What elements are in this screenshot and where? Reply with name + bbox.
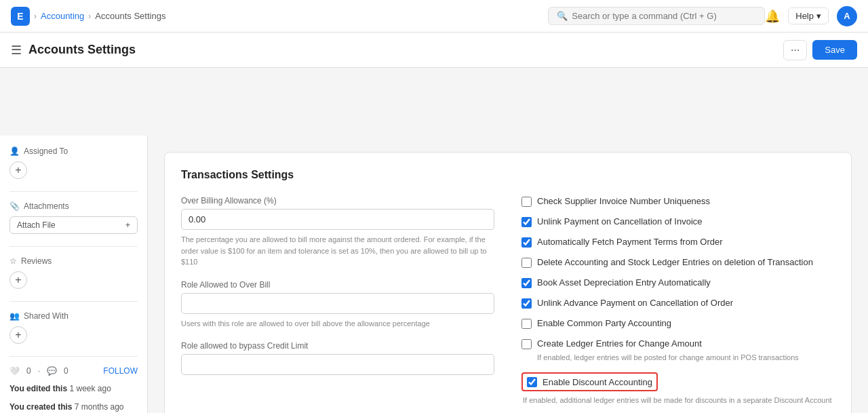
checkbox-group-8: Create Ledger Entries for Change Amount … — [537, 338, 799, 363]
plus-icon: + — [125, 220, 130, 230]
paperclip-icon: 📎 — [9, 201, 20, 211]
likes-count: 0 — [26, 366, 31, 376]
checkbox-item-1: Check Supplier Invoice Number Uniqueness — [521, 196, 835, 207]
avatar[interactable]: A — [837, 6, 857, 26]
activity2-you: You created this — [9, 402, 72, 412]
checkbox-label-8[interactable]: Create Ledger Entries for Change Amount — [537, 338, 799, 349]
activity2-time: 7 months ago — [75, 402, 124, 412]
checkbox-label-4[interactable]: Delete Accounting and Stock Ledger Entri… — [537, 257, 813, 267]
chevron-down-icon: ▾ — [816, 11, 821, 21]
checkbox-label-5[interactable]: Book Asset Depreciation Entry Automatica… — [537, 277, 711, 288]
checkbox-label-6[interactable]: Unlink Advance Payment on Cancellation o… — [537, 298, 733, 308]
role-over-bill-hint: Users with this role are allowed to over… — [181, 318, 494, 330]
activity1-time: 1 week ago — [69, 384, 111, 393]
checkbox-ledger-change[interactable] — [521, 339, 532, 349]
checkbox-item-5: Book Asset Depreciation Entry Automatica… — [521, 277, 835, 288]
attachments-title: 📎 Attachments — [9, 201, 138, 211]
settings-two-col: Over Billing Allowance (%) The percentag… — [181, 196, 835, 406]
reviews-section: ☆ Reviews + — [9, 256, 138, 289]
shared-with-title: 👥 Shared With — [9, 311, 138, 321]
comments-icon: 💬 — [47, 366, 57, 376]
likes-icon: 🤍 — [9, 366, 20, 376]
checkbox-label-7[interactable]: Enable Common Party Accounting — [537, 318, 671, 328]
assigned-to-section: 👤 Assigned To + — [9, 146, 138, 179]
help-button[interactable]: Help ▾ — [788, 7, 829, 24]
checkbox-hint-8: If enabled, ledger entries will be poste… — [537, 353, 799, 363]
reviews-title: ☆ Reviews — [9, 256, 138, 266]
checkbox-item-3: Automatically Fetch Payment Terms from O… — [521, 237, 835, 248]
comments-count: 0 — [64, 366, 68, 376]
add-review-button[interactable]: + — [9, 271, 27, 289]
checkbox-hint-9: If enabled, additional ledger entries wi… — [521, 395, 835, 406]
breadcrumb-area: E › Accounting › Accounts Settings — [11, 7, 548, 26]
role-over-bill-input[interactable] — [181, 293, 494, 314]
search-input[interactable] — [572, 11, 756, 21]
checkbox-unlink-payment[interactable] — [521, 217, 532, 227]
checkbox-item-8: Create Ledger Entries for Change Amount … — [521, 338, 835, 363]
bell-icon[interactable]: 🔔 — [765, 9, 780, 24]
stats-bar: 🤍 0 · 💬 0 FOLLOW — [9, 366, 138, 376]
role-bypass-label: Role allowed to bypass Credit Limit — [181, 341, 494, 351]
save-button[interactable]: Save — [812, 40, 857, 60]
checkbox-fetch-payment-terms[interactable] — [521, 237, 532, 248]
checkbox-list: Check Supplier Invoice Number Uniqueness… — [521, 196, 835, 406]
dot-sep: · — [38, 366, 40, 376]
add-shared-button[interactable]: + — [9, 326, 27, 344]
search-icon: 🔍 — [557, 11, 568, 21]
checkbox-book-asset[interactable] — [521, 278, 532, 288]
transactions-settings-title: Transactions Settings — [181, 169, 835, 181]
checkbox-item-2: Unlink Payment on Cancellation of Invoic… — [521, 216, 835, 227]
left-col: Over Billing Allowance (%) The percentag… — [181, 196, 494, 406]
breadcrumb-accounting[interactable]: Accounting — [41, 11, 84, 21]
divider3 — [9, 301, 138, 302]
over-billing-input[interactable] — [181, 209, 494, 230]
app-icon[interactable]: E — [11, 7, 30, 26]
checkbox-delete-accounting[interactable] — [521, 258, 532, 268]
breadcrumb-settings: Accounts Settings — [95, 11, 165, 21]
over-billing-hint: The percentage you are allowed to bill m… — [181, 234, 494, 268]
role-bypass-group: Role allowed to bypass Credit Limit — [181, 341, 494, 375]
main-layout: 👤 Assigned To + 📎 Attachments Attach Fil… — [0, 136, 868, 413]
checkbox-item-7: Enable Common Party Accounting — [521, 318, 835, 329]
page-header-right: ··· Save — [783, 40, 857, 60]
add-assigned-button[interactable]: + — [9, 161, 27, 179]
group-icon: 👥 — [9, 311, 20, 321]
follow-button[interactable]: FOLLOW — [103, 366, 138, 376]
settings-card: Transactions Settings Over Billing Allow… — [164, 152, 852, 413]
breadcrumb-sep2: › — [88, 12, 91, 21]
star-icon: ☆ — [9, 256, 17, 266]
activity-log: You edited this 1 week ago You created t… — [9, 382, 138, 413]
attach-file-button[interactable]: Attach File + — [9, 216, 138, 234]
checkbox-label-1[interactable]: Check Supplier Invoice Number Uniqueness — [537, 196, 710, 206]
checkbox-item-6: Unlink Advance Payment on Cancellation o… — [521, 298, 835, 309]
checkbox-label-9[interactable]: Enable Discount Accounting — [542, 377, 652, 387]
checkbox-label-2[interactable]: Unlink Payment on Cancellation of Invoic… — [537, 216, 703, 227]
checkbox-common-party[interactable] — [521, 319, 532, 329]
discount-highlight: Enable Discount Accounting — [521, 372, 658, 391]
checkbox-supplier-invoice[interactable] — [521, 197, 532, 207]
right-col: Check Supplier Invoice Number Uniqueness… — [521, 196, 835, 406]
divider4 — [9, 356, 138, 357]
role-over-bill-group: Role Allowed to Over Bill Users with thi… — [181, 280, 494, 330]
page-title: Accounts Settings — [28, 43, 136, 57]
role-over-bill-label: Role Allowed to Over Bill — [181, 280, 494, 290]
shared-with-section: 👥 Shared With + — [9, 311, 138, 344]
over-billing-label: Over Billing Allowance (%) — [181, 196, 494, 205]
topnav-right: 🔔 Help ▾ A — [765, 6, 857, 26]
checkbox-unlink-advance[interactable] — [521, 298, 532, 309]
divider2 — [9, 246, 138, 247]
checkbox-discount-accounting[interactable] — [527, 377, 537, 387]
menu-icon[interactable]: ☰ — [11, 43, 22, 58]
more-options-button[interactable]: ··· — [783, 40, 807, 60]
checkbox-label-3[interactable]: Automatically Fetch Payment Terms from O… — [537, 237, 723, 247]
role-bypass-input[interactable] — [181, 354, 494, 375]
checkbox-item-4: Delete Accounting and Stock Ledger Entri… — [521, 257, 835, 268]
search-bar[interactable]: 🔍 — [548, 7, 765, 25]
page-header-left: ☰ Accounts Settings — [11, 43, 136, 58]
over-billing-group: Over Billing Allowance (%) The percentag… — [181, 196, 494, 268]
main-content: Transactions Settings Over Billing Allow… — [148, 136, 868, 413]
user-icon: 👤 — [9, 146, 20, 156]
attachments-section: 📎 Attachments Attach File + — [9, 201, 138, 234]
sidebar: 👤 Assigned To + 📎 Attachments Attach Fil… — [0, 136, 148, 413]
top-navigation: E › Accounting › Accounts Settings 🔍 🔔 H… — [0, 0, 868, 33]
